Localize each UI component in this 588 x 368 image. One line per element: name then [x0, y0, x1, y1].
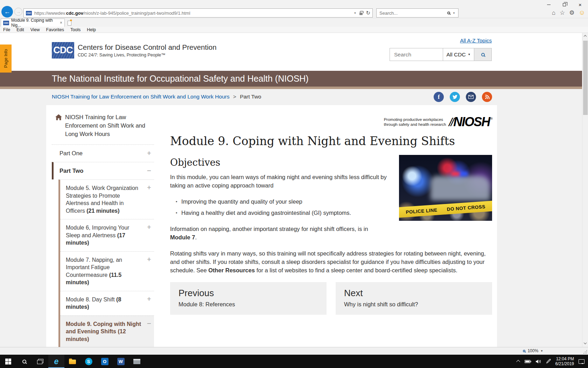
- favorites-star-icon[interactable]: ☆: [560, 9, 565, 16]
- close-button[interactable]: ×: [572, 0, 588, 9]
- minimize-button[interactable]: [541, 0, 556, 9]
- module-7-reference: Module 7: [170, 234, 195, 240]
- main-content: Promoting productive workplaces through …: [154, 105, 497, 347]
- browser-search-box[interactable]: ▼: [376, 8, 458, 18]
- menu-tools[interactable]: Tools: [67, 27, 84, 32]
- niosh-logo: // NIOSH ®: [449, 116, 492, 128]
- new-tab-button[interactable]: [65, 20, 74, 27]
- sidebar-item-module-9[interactable]: Module 9. Coping with Night and Evening …: [60, 315, 154, 347]
- new-tab-icon: [68, 21, 71, 26]
- menu-bar: File Edit View Favorites Tools Help: [0, 27, 588, 33]
- url-dropdown-icon[interactable]: ▼: [354, 12, 357, 15]
- battery-icon[interactable]: [525, 360, 531, 363]
- cdc-header: CDC Centers for Disease Control and Prev…: [0, 33, 588, 71]
- taskbar-ie-icon[interactable]: e: [48, 355, 64, 368]
- browser-search-input[interactable]: [379, 11, 447, 16]
- breadcrumb: NIOSH Training for Law Enforcement on Sh…: [52, 94, 261, 100]
- niosh-banner: The National Institute for Occupational …: [0, 71, 588, 87]
- taskbar-skype-icon[interactable]: S: [80, 355, 97, 368]
- scroll-down-icon[interactable]: [584, 341, 587, 344]
- taskbar-file-explorer-icon[interactable]: [64, 355, 80, 368]
- forward-button[interactable]: →: [14, 8, 22, 16]
- next-target: Why is night shift so difficult?: [344, 301, 484, 308]
- expand-icon[interactable]: +: [147, 184, 151, 191]
- tab-module9[interactable]: CDC Module 9. Coping with Nig... ×: [1, 19, 65, 27]
- search-submit-button[interactable]: [474, 48, 492, 61]
- pen-icon[interactable]: [546, 359, 551, 364]
- action-center-icon[interactable]: [579, 359, 584, 364]
- feedback-smiley-icon[interactable]: ☺: [579, 9, 585, 16]
- sidebar-modules: Module 5. Work Organization Strategies t…: [58, 179, 154, 347]
- zoom-control[interactable]: 100% ▼: [523, 348, 543, 353]
- zoom-caret-icon[interactable]: ▼: [540, 349, 543, 353]
- address-bar[interactable]: CDC https://wwwdev.cdc.gov/niosh/z-lab-9…: [23, 8, 373, 18]
- taskbar-clock[interactable]: 12:04 PM 6/21/2019: [555, 356, 574, 366]
- tab-row: CDC Module 9. Coping with Nig... ×: [0, 18, 588, 27]
- menu-edit[interactable]: Edit: [13, 27, 27, 32]
- sidebar-item-module-8[interactable]: Module 8. Day Shift (8 minutes) +: [60, 291, 154, 315]
- refresh-icon[interactable]: ↻: [366, 10, 370, 16]
- sidebar-item-module-5[interactable]: Module 5. Work Organization Strategies t…: [60, 180, 154, 219]
- menu-view[interactable]: View: [27, 27, 43, 32]
- volume-icon[interactable]: [536, 359, 541, 364]
- menu-favorites[interactable]: Favorites: [43, 27, 67, 32]
- az-topics-link[interactable]: All A-Z Topics: [460, 38, 492, 43]
- restore-button[interactable]: [556, 0, 572, 9]
- search-icon[interactable]: [447, 12, 450, 14]
- settings-gear-icon[interactable]: ⚙: [569, 9, 574, 16]
- list-item: Having a healthy diet and avoiding gastr…: [175, 209, 492, 217]
- cdc-logo[interactable]: CDC: [52, 42, 74, 59]
- sidebar-home-link[interactable]: NIOSH Training for Law Enforcement on Sh…: [52, 110, 154, 144]
- tab-close-icon[interactable]: ×: [60, 20, 62, 25]
- sidebar-item-part-one[interactable]: Part One +: [52, 144, 154, 162]
- syndicate-icon[interactable]: [482, 92, 492, 102]
- start-button[interactable]: [0, 355, 16, 368]
- search-dropdown-icon[interactable]: ▼: [453, 12, 455, 15]
- breadcrumb-link-training[interactable]: NIOSH Training for Law Enforcement on Sh…: [52, 94, 230, 100]
- niosh-tagline: Promoting productive workplaces through …: [384, 117, 446, 127]
- next-card[interactable]: Next Why is night shift so difficult?: [336, 282, 492, 315]
- police-lightbar: [451, 172, 468, 176]
- taskbar-word-icon[interactable]: W: [113, 355, 129, 368]
- vertical-scrollbar[interactable]: [582, 33, 588, 347]
- taskbar-app-window-icon[interactable]: [129, 355, 145, 368]
- expand-icon[interactable]: +: [147, 224, 151, 230]
- twitter-icon[interactable]: [450, 92, 460, 102]
- facebook-icon[interactable]: f: [434, 92, 444, 102]
- page-info-tab[interactable]: Page Info: [0, 45, 12, 73]
- police-car: [430, 176, 490, 200]
- agency-tagline: CDC 24/7: Saving Lives, Protecting Peopl…: [78, 53, 217, 57]
- site-search: All CDC ▼: [390, 48, 492, 61]
- back-button[interactable]: ←: [1, 6, 13, 18]
- previous-card[interactable]: Previous Module 8: References: [170, 282, 327, 315]
- sidebar-item-module-6[interactable]: Module 6, Improving Your Sleep and Alert…: [60, 219, 154, 251]
- home-icon[interactable]: ⌂: [552, 9, 555, 16]
- search-scope-dropdown[interactable]: All CDC ▼: [443, 48, 474, 61]
- tab-title: Module 9. Coping with Nig...: [11, 18, 58, 28]
- sidebar-item-module-7[interactable]: Module 7. Napping, an Important Fatigue …: [60, 251, 154, 291]
- expand-icon[interactable]: +: [147, 296, 151, 302]
- collapse-icon[interactable]: −: [147, 320, 151, 327]
- site-search-input[interactable]: [390, 48, 443, 61]
- tray-expand-icon[interactable]: [516, 360, 520, 364]
- taskbar-search-button[interactable]: [16, 355, 32, 368]
- cdc-favicon: CDC: [26, 11, 32, 15]
- search-icon: [22, 360, 26, 363]
- menu-help[interactable]: Help: [84, 27, 99, 32]
- task-view-button[interactable]: [32, 355, 48, 368]
- scrollbar-thumb[interactable]: [583, 41, 588, 115]
- zoom-icon: [523, 350, 525, 352]
- previous-target: Module 8: References: [178, 301, 318, 308]
- menu-file[interactable]: File: [0, 27, 13, 32]
- sidebar-item-part-two[interactable]: Part Two −: [52, 162, 154, 179]
- expand-icon[interactable]: +: [147, 256, 151, 263]
- tab-favicon: CDC: [3, 21, 9, 25]
- rotating-paragraph: Rotating shifts vary in many ways, so th…: [170, 249, 492, 274]
- zoom-level: 100%: [527, 348, 538, 353]
- scroll-up-icon[interactable]: [584, 35, 587, 38]
- expand-icon[interactable]: +: [147, 150, 151, 156]
- taskbar-outlook-icon[interactable]: O: [97, 355, 113, 368]
- collapse-icon[interactable]: −: [147, 168, 151, 174]
- resize-grip[interactable]: [583, 350, 587, 354]
- email-icon[interactable]: [466, 92, 476, 102]
